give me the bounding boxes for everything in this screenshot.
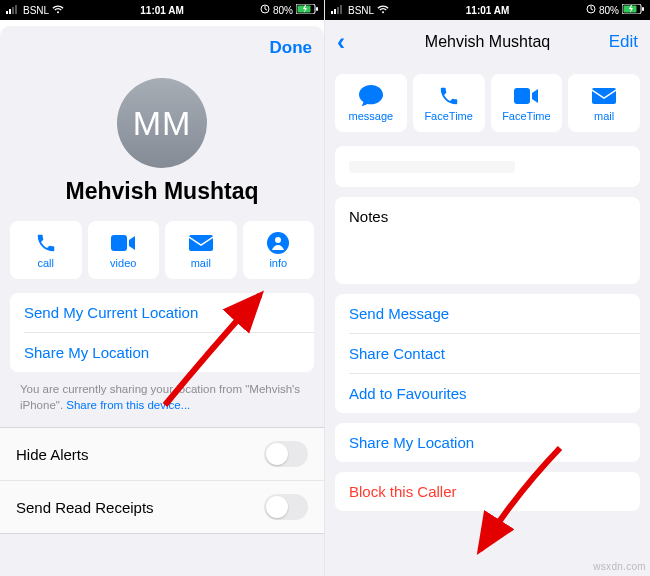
carrier-label: BSNL — [348, 5, 374, 16]
send-message-button[interactable]: Send Message — [335, 294, 640, 333]
notes-label: Notes — [335, 197, 640, 236]
info-icon — [267, 231, 289, 255]
battery-percent: 80% — [599, 5, 619, 16]
video-button[interactable]: video — [88, 221, 160, 279]
wifi-icon — [377, 5, 389, 16]
redacted-phone — [349, 161, 515, 173]
mail-label: mail — [191, 257, 211, 269]
svg-rect-21 — [592, 88, 616, 104]
done-button[interactable]: Done — [270, 38, 313, 58]
wifi-icon — [52, 5, 64, 16]
send-read-receipts-label: Send Read Receipts — [16, 499, 154, 516]
notes-field[interactable] — [335, 236, 640, 284]
status-bar: BSNL 11:01 AM 80% — [0, 0, 324, 20]
carrier-label: BSNL — [23, 5, 49, 16]
svg-rect-7 — [316, 7, 318, 11]
video-icon — [514, 84, 538, 108]
facetime-audio-label: FaceTime — [424, 110, 473, 122]
svg-rect-3 — [15, 5, 17, 14]
info-label: info — [269, 257, 287, 269]
mail-button[interactable]: mail — [165, 221, 237, 279]
mail-label: mail — [594, 110, 614, 122]
mail-icon — [189, 231, 213, 255]
add-to-favourites-button[interactable]: Add to Favourites — [335, 374, 640, 413]
svg-rect-14 — [337, 7, 339, 14]
video-label: video — [110, 257, 136, 269]
phone-icon — [438, 84, 460, 108]
block-this-caller-button[interactable]: Block this Caller — [335, 472, 640, 511]
signal-icon — [6, 5, 20, 16]
rotation-lock-icon — [260, 4, 270, 16]
signal-icon — [331, 5, 345, 16]
svg-rect-2 — [12, 7, 14, 14]
facetime-video-button[interactable]: FaceTime — [491, 74, 563, 132]
message-label: message — [349, 110, 394, 122]
svg-rect-0 — [6, 11, 8, 14]
avatar-initials: MM — [133, 104, 192, 143]
share-contact-button[interactable]: Share Contact — [335, 334, 640, 373]
watermark: wsxdn.com — [593, 561, 646, 572]
svg-rect-12 — [331, 11, 333, 14]
send-current-location-button[interactable]: Send My Current Location — [10, 293, 314, 332]
call-label: call — [37, 257, 54, 269]
battery-percent: 80% — [273, 5, 293, 16]
svg-rect-1 — [9, 9, 11, 14]
status-bar: BSNL 11:01 AM 80% — [325, 0, 650, 20]
svg-rect-9 — [189, 235, 213, 251]
status-time: 11:01 AM — [466, 5, 510, 16]
rotation-lock-icon — [586, 4, 596, 16]
facetime-audio-button[interactable]: FaceTime — [413, 74, 485, 132]
svg-rect-20 — [514, 88, 530, 104]
edit-button[interactable]: Edit — [609, 32, 638, 52]
battery-icon — [622, 4, 644, 16]
status-time: 11:01 AM — [140, 5, 184, 16]
modal-nav: Done — [0, 26, 324, 70]
video-icon — [111, 231, 135, 255]
location-sharing-note: You are currently sharing your location … — [0, 382, 324, 421]
mail-button[interactable]: mail — [568, 74, 640, 132]
hide-alerts-toggle[interactable] — [264, 441, 308, 467]
share-my-location-button[interactable]: Share My Location — [10, 333, 314, 372]
message-button[interactable]: message — [335, 74, 407, 132]
svg-point-11 — [275, 237, 281, 243]
back-button[interactable]: ‹ — [337, 30, 345, 54]
call-button[interactable]: call — [10, 221, 82, 279]
phone-card — [335, 146, 640, 187]
phone-icon — [35, 231, 57, 255]
share-from-device-link[interactable]: Share from this device... — [66, 399, 190, 411]
mail-icon — [592, 84, 616, 108]
nav-bar: ‹ Mehvish Mushtaq Edit — [325, 20, 650, 64]
hide-alerts-label: Hide Alerts — [16, 446, 89, 463]
message-icon — [359, 84, 383, 108]
svg-rect-19 — [642, 7, 644, 11]
contact-name: Mehvish Mushtaq — [66, 178, 259, 205]
svg-rect-8 — [111, 235, 127, 251]
page-title: Mehvish Mushtaq — [325, 33, 650, 51]
avatar: MM — [117, 78, 207, 168]
send-read-receipts-toggle[interactable] — [264, 494, 308, 520]
info-button[interactable]: info — [243, 221, 315, 279]
svg-rect-15 — [340, 5, 342, 14]
share-my-location-button[interactable]: Share My Location — [335, 423, 640, 462]
svg-rect-13 — [334, 9, 336, 14]
battery-icon — [296, 4, 318, 16]
facetime-video-label: FaceTime — [502, 110, 551, 122]
